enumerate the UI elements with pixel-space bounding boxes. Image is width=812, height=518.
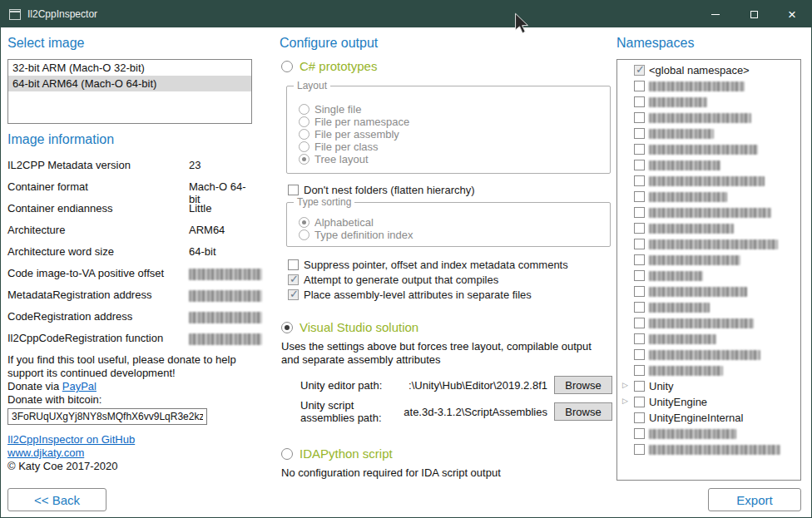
- image-list-item[interactable]: 64-bit ARM64 (Mach-O 64-bit): [8, 76, 251, 91]
- namespace-item[interactable]: <global namespace>: [619, 62, 799, 78]
- maximize-button[interactable]: [735, 1, 773, 27]
- configure-output-panel: Configure output C# prototypes Layout Si…: [280, 27, 612, 518]
- namespace-item[interactable]: UnityEngineInternal: [619, 410, 799, 426]
- radio-option[interactable]: Tree layout: [299, 153, 610, 165]
- namespace-item[interactable]: [619, 284, 799, 299]
- type-sorting-options: AlphabeticalType definition index: [287, 203, 610, 241]
- paypal-link[interactable]: PayPal: [62, 380, 97, 392]
- namespace-item[interactable]: [619, 268, 799, 284]
- radio-option[interactable]: Type definition index: [299, 229, 610, 241]
- namespace-item[interactable]: [619, 299, 799, 315]
- close-button[interactable]: ×: [773, 1, 811, 27]
- il2cppinspector-window: { "window": { "title": "Il2CppInspector"…: [0, 0, 812, 518]
- namespace-item[interactable]: [619, 141, 799, 157]
- donate-via-text: Donate via: [7, 380, 62, 392]
- radio-option[interactable]: File per assembly: [299, 128, 610, 141]
- namespace-checkbox[interactable]: [634, 333, 645, 344]
- website-link[interactable]: www.djkaty.com: [7, 446, 84, 459]
- image-list-item[interactable]: 32-bit ARM (Mach-O 32-bit): [8, 60, 251, 76]
- namespace-item[interactable]: [619, 94, 799, 110]
- info-row: Container endiannessLittle: [7, 202, 254, 224]
- namespace-checkbox[interactable]: [634, 412, 645, 423]
- namespace-item[interactable]: [619, 442, 799, 457]
- namespace-checkbox[interactable]: [634, 365, 645, 376]
- info-value: 23: [189, 159, 254, 171]
- namespace-checkbox[interactable]: [634, 96, 645, 107]
- namespace-item[interactable]: ▷UnityEngine: [619, 394, 799, 410]
- namespace-item[interactable]: [619, 157, 799, 173]
- namespace-checkbox[interactable]: [634, 65, 645, 76]
- flatten-hierarchy-checkbox[interactable]: Don't nest folders (flatten hierarchy): [288, 182, 475, 197]
- radio-option[interactable]: File per namespace: [299, 116, 610, 128]
- namespace-item[interactable]: [619, 126, 799, 141]
- info-value: [189, 267, 262, 280]
- image-info-header: Image information: [7, 132, 114, 147]
- namespace-item[interactable]: [619, 426, 799, 442]
- suppress-comments-checkbox[interactable]: Suppress pointer, offset and index metad…: [288, 257, 568, 272]
- namespace-checkbox[interactable]: [634, 160, 645, 170]
- visual-studio-solution-radio[interactable]: Visual Studio solution: [281, 320, 418, 334]
- namespace-checkbox[interactable]: [634, 254, 645, 265]
- expander-icon[interactable]: ▷: [622, 382, 628, 389]
- radio-icon: [281, 322, 293, 333]
- donate-text: If you find this tool useful, please don…: [7, 353, 254, 380]
- github-link[interactable]: Il2CppInspector on GitHub: [7, 433, 135, 446]
- namespace-item[interactable]: [619, 173, 799, 189]
- namespace-item[interactable]: [619, 347, 799, 363]
- namespace-checkbox[interactable]: [634, 302, 645, 313]
- namespace-item[interactable]: [619, 78, 799, 94]
- expander-icon[interactable]: ▷: [622, 397, 628, 405]
- radio-option[interactable]: Single file: [299, 103, 610, 116]
- namespace-checkbox[interactable]: [634, 397, 645, 407]
- redacted-namespace: [649, 208, 771, 218]
- redacted-namespace: [649, 287, 747, 297]
- browse-script-button[interactable]: Browse: [554, 402, 612, 421]
- namespace-item[interactable]: [619, 363, 799, 378]
- namespace-checkbox[interactable]: [634, 144, 645, 155]
- namespace-checkbox[interactable]: [634, 349, 645, 360]
- namespace-checkbox[interactable]: [634, 81, 645, 91]
- radio-option[interactable]: Alphabetical: [299, 216, 610, 229]
- checkbox-icon: [288, 259, 299, 270]
- redacted-namespace: [649, 176, 765, 186]
- namespace-checkbox[interactable]: [634, 175, 645, 186]
- namespace-item[interactable]: [619, 189, 799, 205]
- export-button[interactable]: Export: [708, 488, 801, 511]
- namespaces-list[interactable]: <global namespace>▷Unity▷UnityEngineUnit…: [616, 59, 801, 481]
- namespace-checkbox[interactable]: [634, 207, 645, 218]
- unity-script-path-value: ate.3d-3.1.2\ScriptAssemblies: [404, 406, 547, 418]
- namespace-checkbox[interactable]: [634, 128, 645, 139]
- radio-option-label: File per assembly: [314, 128, 399, 141]
- bitcoin-address-input[interactable]: [7, 408, 207, 425]
- csharp-prototypes-radio[interactable]: C# prototypes: [281, 59, 377, 73]
- radio-option[interactable]: File per class: [299, 141, 610, 153]
- namespace-checkbox[interactable]: [634, 270, 645, 281]
- namespace-item[interactable]: [619, 220, 799, 236]
- namespace-checkbox[interactable]: [634, 286, 645, 297]
- namespace-checkbox[interactable]: [634, 428, 645, 439]
- namespace-item[interactable]: [619, 252, 799, 268]
- namespace-checkbox[interactable]: [634, 191, 645, 202]
- namespace-item[interactable]: [619, 205, 799, 220]
- minimize-button[interactable]: [696, 1, 735, 27]
- namespace-item[interactable]: [619, 315, 799, 331]
- namespace-item[interactable]: ▷Unity: [619, 378, 799, 394]
- idapython-script-radio[interactable]: IDAPython script: [281, 446, 393, 461]
- compilable-output-checkbox[interactable]: Attempt to generate output that compiles: [288, 272, 498, 287]
- namespace-checkbox[interactable]: [634, 318, 645, 328]
- select-image-list[interactable]: 32-bit ARM (Mach-O 32-bit)64-bit ARM64 (…: [7, 59, 252, 124]
- redacted-namespace: [649, 318, 754, 328]
- browse-editor-button[interactable]: Browse: [554, 376, 612, 394]
- info-row: IL2CPP Metadata version23: [7, 159, 254, 180]
- namespace-item[interactable]: [619, 331, 799, 347]
- back-button[interactable]: << Back: [7, 488, 106, 511]
- namespace-checkbox[interactable]: [634, 112, 645, 123]
- namespace-checkbox[interactable]: [634, 381, 645, 392]
- namespace-checkbox[interactable]: [634, 223, 645, 234]
- app-icon: [9, 9, 21, 20]
- namespace-checkbox[interactable]: [634, 239, 645, 249]
- namespace-item[interactable]: [619, 110, 799, 126]
- assembly-attributes-checkbox[interactable]: Place assembly-level attributes in separ…: [288, 287, 532, 302]
- namespace-checkbox[interactable]: [634, 444, 645, 455]
- namespace-item[interactable]: [619, 236, 799, 252]
